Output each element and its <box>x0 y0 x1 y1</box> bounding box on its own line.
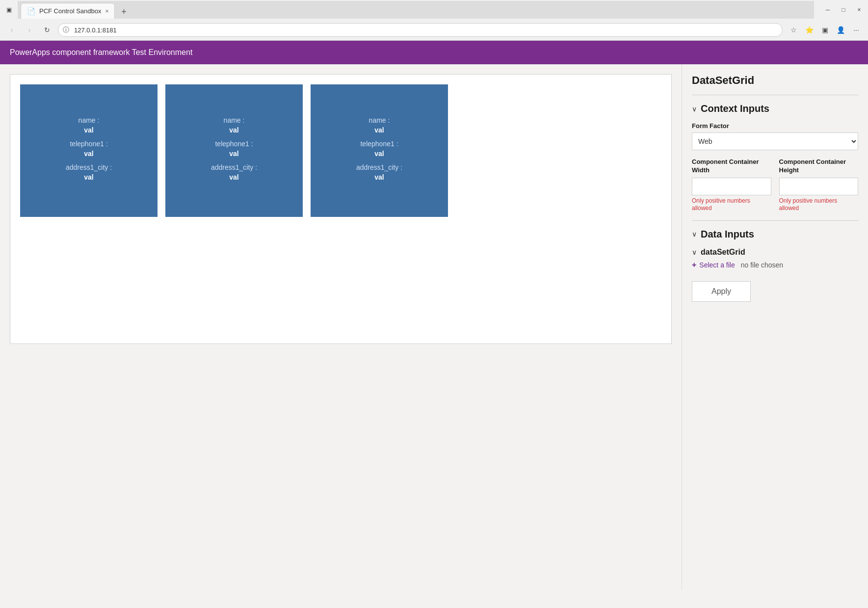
back-button[interactable]: ‹ <box>5 23 19 37</box>
dataset-card: name : val telephone1 : val address1_cit… <box>20 84 158 217</box>
context-inputs-title: Context Inputs <box>701 103 769 114</box>
app-header: PowerApps component framework Test Envir… <box>0 41 868 64</box>
tab-title: PCF Control Sandbox <box>39 7 101 15</box>
container-height-input[interactable] <box>779 178 859 195</box>
browser-chrome: ▣ 📄 PCF Control Sandbox × + ─ □ × ‹ › ↻ … <box>0 0 868 41</box>
dataset-card: name : val telephone1 : val address1_cit… <box>311 84 448 217</box>
data-inputs-section-header: ∨ Data Inputs <box>692 229 858 240</box>
context-inputs-section-header: ∨ Context Inputs <box>692 103 858 114</box>
refresh-button[interactable]: ↻ <box>40 23 54 37</box>
card-address-value: val <box>84 173 93 181</box>
select-file-button[interactable]: + Select a file <box>692 261 735 269</box>
dataset-grid-label: dataSetGrid <box>701 248 745 257</box>
address-input[interactable] <box>58 23 783 37</box>
more-button[interactable]: ··· <box>849 23 863 37</box>
divider-2 <box>692 220 858 221</box>
app-header-text: PowerApps component framework Test Envir… <box>10 48 192 57</box>
browser-tab[interactable]: 📄 PCF Control Sandbox × <box>21 3 115 19</box>
container-height-error: Only positive numbers allowed <box>779 197 859 212</box>
container-width-label: Component Container Width <box>692 158 771 175</box>
profile-button[interactable]: 👤 <box>834 23 847 37</box>
card-address-label: address1_city : <box>356 163 402 171</box>
divider-1 <box>692 95 858 95</box>
card-name-label: name : <box>369 116 390 124</box>
address-bar: ‹ › ↻ ⓘ ☆ ⭐ ▣ 👤 ··· <box>0 20 868 40</box>
dataset-grid-header: ∨ dataSetGrid <box>692 248 858 257</box>
container-height-group: Component Container Height Only positive… <box>779 158 859 212</box>
card-address-label: address1_city : <box>211 163 257 171</box>
collections-button[interactable]: ▣ <box>818 23 832 37</box>
canvas-container: name : val telephone1 : val address1_cit… <box>10 74 672 344</box>
data-inputs-section: ∨ Data Inputs ∨ dataSetGrid + Select a f… <box>692 229 858 269</box>
card-address-value: val <box>374 173 384 181</box>
card-telephone-label: telephone1 : <box>215 140 253 148</box>
address-wrapper: ⓘ <box>58 23 783 37</box>
title-bar: ▣ 📄 PCF Control Sandbox × + ─ □ × <box>0 0 868 20</box>
card-name-value: val <box>84 126 93 134</box>
card-address-label: address1_city : <box>66 163 112 171</box>
new-tab-button[interactable]: + <box>117 5 131 19</box>
window-close-button[interactable]: × <box>855 6 863 14</box>
dataset-card: name : val telephone1 : val address1_cit… <box>165 84 303 217</box>
sidebar-toggle-button[interactable]: ▣ <box>5 6 13 14</box>
tab-close-button[interactable]: × <box>105 8 108 15</box>
window-controls: ▣ <box>5 6 13 14</box>
panel-title: DataSetGrid <box>692 74 858 87</box>
card-name-value: val <box>374 126 384 134</box>
form-factor-group: Form Factor Web Tablet Phone <box>692 122 858 150</box>
favorites-star-button[interactable]: ☆ <box>787 23 800 37</box>
right-panel: DataSetGrid ∨ Context Inputs Form Factor… <box>682 64 868 591</box>
container-width-input[interactable] <box>692 178 771 195</box>
container-height-label: Component Container Height <box>779 158 859 175</box>
tab-page-icon: 📄 <box>27 7 35 15</box>
no-file-text: no file chosen <box>741 261 783 269</box>
card-telephone-value: val <box>84 150 93 158</box>
container-inputs-row: Component Container Width Only positive … <box>692 158 858 212</box>
context-inputs-chevron[interactable]: ∨ <box>692 105 697 113</box>
content-area: name : val telephone1 : val address1_cit… <box>0 64 682 591</box>
card-name-label: name : <box>224 116 245 124</box>
browser-actions: ☆ ⭐ ▣ 👤 ··· <box>787 23 863 37</box>
form-factor-label: Form Factor <box>692 122 858 130</box>
card-address-value: val <box>229 173 238 181</box>
dataset-section: ∨ dataSetGrid + Select a file no file ch… <box>692 248 858 269</box>
container-width-group: Component Container Width Only positive … <box>692 158 771 212</box>
data-inputs-chevron[interactable]: ∨ <box>692 230 697 238</box>
select-file-row: + Select a file no file chosen <box>692 261 858 269</box>
card-name-label: name : <box>79 116 100 124</box>
minimize-button[interactable]: ─ <box>824 6 832 14</box>
card-telephone-label: telephone1 : <box>360 140 398 148</box>
select-file-label: Select a file <box>699 261 735 269</box>
forward-button[interactable]: › <box>23 23 36 37</box>
main-layout: name : val telephone1 : val address1_cit… <box>0 64 868 591</box>
form-factor-select[interactable]: Web Tablet Phone <box>692 132 858 150</box>
card-telephone-value: val <box>374 150 384 158</box>
apply-button[interactable]: Apply <box>692 281 751 302</box>
maximize-button[interactable]: □ <box>840 6 847 14</box>
data-inputs-title: Data Inputs <box>701 229 754 240</box>
address-info-icon: ⓘ <box>63 26 69 34</box>
plus-icon: + <box>692 261 696 269</box>
card-name-value: val <box>229 126 238 134</box>
container-width-error: Only positive numbers allowed <box>692 197 771 212</box>
card-telephone-value: val <box>229 150 238 158</box>
favorites-button[interactable]: ⭐ <box>802 23 816 37</box>
card-telephone-label: telephone1 : <box>70 140 107 148</box>
dataset-grid-chevron[interactable]: ∨ <box>692 248 697 256</box>
